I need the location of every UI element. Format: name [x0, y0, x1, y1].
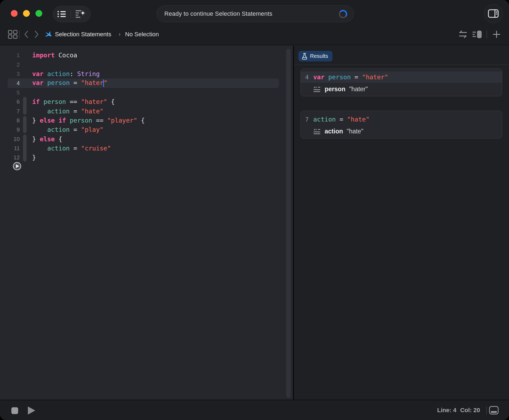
code-line-7[interactable]: 7 action = "hate": [0, 106, 293, 116]
code-text: action = "cruise": [32, 145, 111, 152]
stop-button[interactable]: [11, 407, 18, 414]
code-token: action: [32, 108, 70, 115]
code-line-12[interactable]: 12}: [0, 153, 293, 162]
chevron-back-icon[interactable]: [24, 24, 29, 45]
text-quote-icon: [313, 86, 321, 93]
jump-bar: Selection Statements › No Selection: [0, 24, 509, 45]
code-token: Cocoa: [55, 52, 77, 59]
code-token: var: [32, 70, 44, 77]
code-token: =: [70, 126, 81, 133]
tab-results[interactable]: Results: [298, 51, 332, 61]
results-tab-strip: Results: [294, 46, 509, 65]
code-line-1[interactable]: 1import Cocoa: [0, 51, 293, 60]
code-token: {: [107, 98, 115, 105]
list-bullet-icon[interactable]: [57, 10, 66, 18]
code-line-3[interactable]: 3var action: String: [0, 69, 293, 78]
line-number[interactable]: 4: [0, 80, 20, 86]
code-token: =: [70, 108, 81, 115]
result-card-line-7[interactable]: 7action = "hate"action"hate": [301, 111, 502, 139]
change-bar-3: [23, 134, 27, 162]
editor-scrollbar[interactable]: [286, 49, 291, 398]
code-token: action: [32, 145, 70, 152]
toolbar-pill-divider: [71, 10, 71, 18]
result-value-row: action"hate": [301, 125, 502, 135]
breadcrumb-project[interactable]: Selection Statements: [55, 24, 111, 45]
line-number[interactable]: 10: [0, 136, 20, 142]
code-lines: 1import Cocoa23var action: String4var pe…: [0, 51, 293, 162]
code-text: var action: String: [32, 70, 100, 77]
line-number[interactable]: 12: [0, 154, 20, 161]
code-line-2[interactable]: 2: [0, 60, 293, 69]
line-number[interactable]: 6: [0, 99, 20, 105]
line-number[interactable]: 3: [0, 71, 20, 77]
zoom-window-button[interactable]: [35, 10, 42, 17]
source-editor[interactable]: 1import Cocoa23var action: String4var pe…: [0, 46, 293, 400]
result-source-row: 4var person = "hater": [301, 71, 502, 83]
code-line-6[interactable]: 6if person == "hater" {: [0, 97, 293, 106]
code-token: var: [313, 74, 325, 81]
code-text: action = "hate": [32, 108, 103, 115]
change-bar-1: [23, 97, 27, 115]
activity-status-field[interactable]: Ready to continue Selection Statements: [156, 5, 354, 22]
chevron-forward-icon[interactable]: [34, 24, 39, 45]
jump-bar-divider-right: [487, 30, 487, 38]
code-token: ": [104, 79, 107, 86]
debug-bar: Line: 4 Col: 20: [0, 400, 509, 420]
result-variable-name: action: [325, 128, 343, 135]
result-variable-value: "hate": [347, 128, 363, 135]
code-token: var: [32, 79, 44, 86]
code-text: }: [32, 154, 36, 161]
code-token: "hater: [81, 79, 103, 86]
code-token: "cruise": [81, 145, 111, 152]
code-line-10[interactable]: 10} else {: [0, 134, 293, 144]
code-token: }: [32, 136, 40, 143]
code-line-11[interactable]: 11 action = "cruise": [0, 144, 293, 153]
text-quote-icon: [313, 128, 321, 135]
line-number[interactable]: 9: [0, 126, 20, 133]
line-number[interactable]: 5: [0, 89, 20, 96]
code-token: =: [336, 116, 347, 123]
result-value-row: person"hater": [301, 83, 502, 93]
code-line-4[interactable]: 4var person = "hater": [0, 78, 293, 88]
result-variable-name: person: [325, 86, 345, 93]
code-token: if: [32, 98, 40, 105]
line-number[interactable]: 2: [0, 61, 20, 68]
grid-icon[interactable]: [8, 24, 18, 45]
sidebar-right-icon: [488, 9, 499, 18]
code-token: ==: [92, 117, 107, 124]
toggle-right-sidebar-button[interactable]: [484, 4, 503, 23]
code-token: person: [66, 117, 92, 124]
run-to-line-button[interactable]: [13, 162, 21, 170]
line-number[interactable]: 1: [0, 52, 20, 58]
swap-arrows-icon[interactable]: [458, 24, 468, 45]
code-token: else: [40, 136, 55, 143]
result-line-number: 4: [305, 74, 313, 81]
code-token: [55, 117, 58, 124]
bottom-panel-icon[interactable]: [489, 406, 499, 415]
code-text: var person = "hater": [32, 79, 107, 87]
line-number[interactable]: 11: [0, 145, 20, 152]
code-line-8[interactable]: 8} else if person == "player" {: [0, 116, 293, 125]
change-bar-2: [23, 116, 27, 133]
editor-layout-icon[interactable]: [472, 24, 482, 45]
title-bar: Ready to continue Selection Statements: [0, 0, 509, 24]
code-token: }: [32, 117, 40, 124]
line-number[interactable]: 7: [0, 108, 20, 114]
minimize-window-button[interactable]: [23, 10, 30, 17]
plus-icon[interactable]: [493, 24, 500, 45]
sparkle-list-icon[interactable]: [75, 9, 86, 19]
tab-results-label: Results: [310, 53, 328, 59]
code-token: action: [32, 126, 70, 133]
line-number[interactable]: 8: [0, 117, 20, 124]
code-line-5[interactable]: 5: [0, 88, 293, 97]
code-token: person: [325, 74, 351, 81]
result-source-row: 7action = "hate": [301, 114, 502, 125]
code-text: action = "play": [32, 126, 103, 133]
run-button[interactable]: [28, 406, 35, 415]
code-line-9[interactable]: 9 action = "play": [0, 125, 293, 134]
close-window-button[interactable]: [11, 10, 18, 17]
breadcrumb-selection[interactable]: No Selection: [125, 24, 159, 45]
code-token: "play": [81, 126, 103, 133]
code-token: action: [44, 70, 70, 77]
result-card-line-4[interactable]: 4var person = "hater"person"hater": [301, 68, 502, 96]
